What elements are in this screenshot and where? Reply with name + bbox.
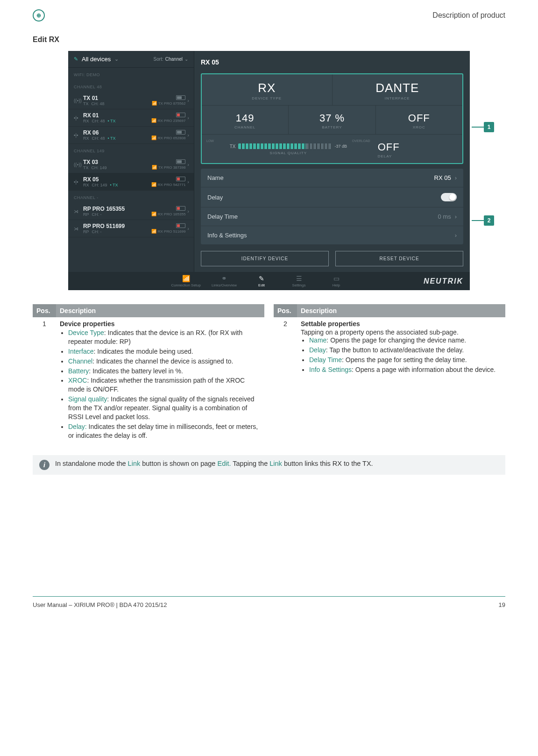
nav-edit[interactable]: ✎Edit — [248, 275, 276, 287]
description-table-1: Pos. Description 1 Device properties Dev… — [33, 304, 264, 444]
pencil-icon: ✎ — [259, 275, 264, 282]
footer-left: User Manual – XIRIUM PRO® | BDA 470 2015… — [33, 601, 167, 608]
desc-title: Device properties — [60, 320, 261, 328]
nav-help[interactable]: ▭Help — [322, 275, 350, 287]
battery-icon — [176, 113, 185, 117]
col-desc-header: Description — [297, 304, 505, 317]
header-section: Description of product — [432, 11, 505, 20]
battery-label: BATTERY — [291, 125, 372, 129]
main-panel: RX 05 RX DEVICE TYPE DANTE INTERFACE — [194, 51, 470, 272]
delay-row[interactable]: Delay — [201, 187, 463, 207]
info-note: i In standalone mode the Link button is … — [33, 455, 505, 475]
tx-icon: ((•)) — [74, 162, 83, 167]
rx-icon: •|• — [74, 179, 83, 185]
desc-title: Settable properties — [301, 320, 502, 328]
wifi-ssid: 📶 RX PRO 235697 — [151, 118, 185, 123]
sliders-icon: ☰ — [296, 275, 302, 282]
brand-logo-icon: ⊕ — [33, 9, 45, 21]
interface-value: DANTE — [335, 81, 460, 95]
tx-icon: ((•)) — [74, 98, 83, 103]
info-icon: i — [39, 460, 50, 470]
delay-label: DELAY — [378, 154, 460, 158]
rp-icon: ⋊ — [74, 209, 83, 214]
channel-group-label: CHANNEL - — [68, 191, 194, 203]
device-name: RX 01 — [83, 112, 151, 119]
battery-icon — [176, 206, 185, 211]
nav-links[interactable]: ⚭Links/Overview — [210, 275, 238, 287]
rx-icon: •|• — [74, 115, 83, 121]
battery-icon — [176, 95, 185, 100]
device-name: TX 01 — [83, 95, 152, 101]
panel-title: RX 05 — [201, 57, 463, 69]
device-type-label: DEVICE TYPE — [205, 96, 329, 100]
rx-icon: •|• — [74, 133, 83, 138]
device-filter[interactable]: All devices — [82, 56, 111, 63]
name-row[interactable]: Name RX 05› — [201, 169, 463, 187]
pos-cell: 2 — [274, 317, 297, 378]
chevron-right-icon: › — [187, 132, 189, 138]
callout-1: 1 — [484, 122, 494, 132]
chevron-down-icon: ⌄ — [114, 56, 119, 62]
bottom-nav: 📶Connection Setup ⚭Links/Overview ✎Edit … — [68, 272, 470, 290]
delay-time-row[interactable]: Delay Time 0 ms› — [201, 207, 463, 226]
channel-label: CHANNEL — [205, 125, 285, 129]
identify-device-button[interactable]: IDENTIFY DEVICE — [201, 251, 329, 266]
app-screenshot: ✎ All devices ⌄ Sort: Channel ⌄ WIFI: DE… — [68, 51, 470, 290]
device-name: RX 06 — [83, 129, 151, 136]
chevron-right-icon: › — [187, 115, 189, 121]
xroc-value: OFF — [379, 112, 460, 124]
desc-list: Name: Opens the page for changing the de… — [301, 336, 502, 374]
device-properties-card: RX DEVICE TYPE DANTE INTERFACE 149 — [201, 73, 463, 164]
channel-value: 149 — [205, 112, 285, 124]
device-item[interactable]: ((•)) TX 03 TXCH: 149 📶 TX PRO 387398 › — [68, 156, 194, 173]
wifi-label: WIFI: DEMO — [68, 68, 194, 80]
wifi-ssid: 📶 RX PRO 165355 — [151, 212, 185, 216]
signal-db: -37 dB — [334, 144, 347, 149]
device-item-selected[interactable]: •|• RX 05 RXCH: 149• TX 📶 RX PRO 542771 … — [68, 173, 194, 191]
wifi-ssid: 📶 TX PRO 387398 — [152, 165, 185, 170]
device-item[interactable]: •|• RX 01 RXCH: 48• TX 📶 RX PRO 235697 › — [68, 109, 194, 127]
battery-icon — [176, 177, 185, 181]
section-subtitle: Edit RX — [33, 36, 505, 44]
channel-group-label: CHANNEL 48 — [68, 80, 194, 92]
nav-connection[interactable]: 📶Connection Setup — [171, 275, 201, 287]
interface-label: INTERFACE — [335, 96, 460, 100]
col-pos-header: Pos. — [33, 304, 56, 317]
info-settings-row[interactable]: Info & Settings › — [201, 226, 463, 244]
signal-quality-label: SIGNAL QUALITY — [206, 151, 370, 155]
device-type-value: RX — [205, 81, 329, 95]
wifi-icon: 📶 — [182, 275, 190, 282]
chevron-right-icon: › — [187, 208, 189, 214]
description-table-2: Pos. Description 2 Settable properties T… — [274, 304, 505, 444]
signal-tx-label: TX — [230, 144, 236, 149]
device-item[interactable]: ⋊ RP PRO 165355 RPCH: - 📶 RX PRO 165355 … — [68, 203, 194, 220]
device-name: TX 03 — [83, 159, 152, 165]
device-item[interactable]: ((•)) TX 01 TXCH: 48 📶 TX PRO 875562 › — [68, 92, 194, 109]
battery-icon — [176, 159, 185, 164]
reset-device-button[interactable]: RESET DEVICE — [335, 251, 463, 266]
chevron-right-icon: › — [455, 213, 457, 220]
nav-settings[interactable]: ☰Settings — [285, 275, 313, 287]
col-pos-header: Pos. — [274, 304, 297, 317]
delay-toggle[interactable] — [441, 193, 457, 201]
device-item[interactable]: ⋊ RP PRO 511699 RPCH: - 📶 RX PRO 511699 … — [68, 220, 194, 237]
pos-cell: 1 — [33, 317, 56, 444]
wifi-ssid: 📶 TX PRO 875562 — [152, 101, 185, 106]
delay-value: OFF — [378, 141, 460, 153]
sort-value[interactable]: Channel — [165, 57, 183, 62]
battery-icon — [176, 223, 185, 228]
wifi-ssid: 📶 RX PRO 542771 — [151, 182, 185, 187]
page-footer: User Manual – XIRIUM PRO® | BDA 470 2015… — [33, 596, 505, 608]
book-icon: ▭ — [333, 275, 340, 282]
channel-group-label: CHANNEL 149 — [68, 144, 194, 156]
chevron-right-icon: › — [187, 98, 189, 103]
links-icon: ⚭ — [221, 275, 227, 282]
device-item[interactable]: •|• RX 06 RXCH: 48• TX 📶 RX PRO 652808 › — [68, 127, 194, 144]
desc-intro: Tapping on a property opens the associat… — [301, 328, 502, 336]
chevron-right-icon: › — [187, 226, 189, 231]
callout-2: 2 — [484, 215, 494, 226]
sort-label: Sort: — [154, 57, 163, 62]
edit-icon: ✎ — [74, 56, 78, 62]
xroc-label: XROC — [379, 125, 460, 129]
wifi-ssid: 📶 RX PRO 511699 — [151, 229, 185, 234]
